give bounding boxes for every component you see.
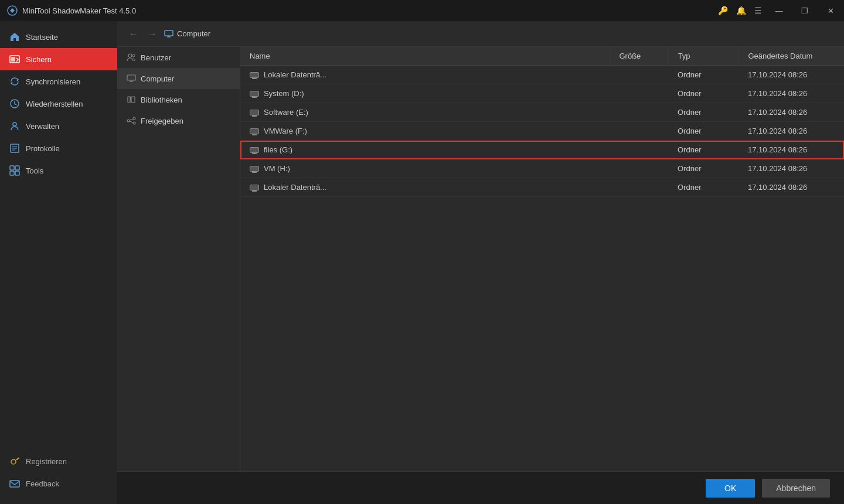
table-row[interactable]: files (G:) Ordner17.10.2024 08:26 bbox=[240, 141, 844, 159]
manage-icon bbox=[9, 121, 20, 131]
tree-item-computer[interactable]: Computer bbox=[117, 68, 240, 89]
file-groesse-6 bbox=[610, 178, 668, 197]
cancel-button[interactable]: Abbrechen bbox=[762, 479, 830, 498]
sidebar-item-startseite[interactable]: Startseite bbox=[0, 26, 117, 48]
file-name-cell-2: Software (E:) bbox=[240, 103, 610, 122]
log-icon bbox=[9, 143, 20, 154]
file-typ-5: Ordner bbox=[668, 159, 738, 178]
sidebar-nav: Startseite Sichern Synchronisieren bbox=[0, 21, 117, 450]
computer-icon bbox=[164, 29, 173, 39]
svg-point-31 bbox=[133, 122, 135, 124]
panel-layout: Benutzer Computer Bi bbox=[117, 47, 844, 471]
notification-icon[interactable]: 🔔 bbox=[736, 6, 746, 15]
svg-rect-9 bbox=[10, 166, 14, 170]
back-button[interactable]: ← bbox=[127, 28, 141, 40]
sidebar-label-protokolle: Protokolle bbox=[26, 144, 60, 153]
mail-icon bbox=[9, 478, 20, 489]
file-name: VMWare (F:) bbox=[264, 127, 307, 135]
svg-rect-2 bbox=[11, 57, 15, 62]
sidebar-label-synchronisieren: Synchronisieren bbox=[26, 77, 80, 86]
file-name-cell-3: VMWare (F:) bbox=[240, 122, 610, 141]
col-header-groesse[interactable]: Größe bbox=[610, 47, 668, 66]
tree-label-computer: Computer bbox=[141, 74, 174, 83]
table-row[interactable]: Lokaler Datenträ... Ordner17.10.2024 08:… bbox=[240, 178, 844, 197]
file-name: Lokaler Datenträ... bbox=[264, 183, 326, 192]
right-panel: Name Größe Typ Geändertes Datum Lokaler … bbox=[240, 47, 844, 471]
file-datum-3: 17.10.2024 08:26 bbox=[738, 122, 844, 141]
drive-icon bbox=[250, 128, 259, 134]
restore-icon bbox=[9, 98, 20, 109]
file-typ-1: Ordner bbox=[668, 84, 738, 103]
main-layout: Startseite Sichern Synchronisieren bbox=[0, 21, 844, 504]
file-name: VM (H:) bbox=[264, 164, 290, 173]
file-name: files (G:) bbox=[264, 145, 292, 154]
file-name-cell-5: VM (H:) bbox=[240, 159, 610, 178]
col-header-typ[interactable]: Typ bbox=[668, 47, 738, 66]
col-header-datum[interactable]: Geändertes Datum bbox=[738, 47, 844, 66]
sidebar-item-sichern[interactable]: Sichern bbox=[0, 48, 117, 70]
sidebar-item-wiederherstellen[interactable]: Wiederherstellen bbox=[0, 93, 117, 115]
file-groesse-5 bbox=[610, 159, 668, 178]
file-typ-2: Ordner bbox=[668, 103, 738, 122]
file-typ-3: Ordner bbox=[668, 122, 738, 141]
col-header-name[interactable]: Name bbox=[240, 47, 610, 66]
ok-button[interactable]: OK bbox=[706, 479, 755, 498]
sidebar-item-synchronisieren[interactable]: Synchronisieren bbox=[0, 70, 117, 93]
sidebar-label-feedback: Feedback bbox=[26, 479, 59, 488]
tree-label-freigegeben: Freigegeben bbox=[141, 117, 183, 125]
table-row[interactable]: System (D:) Ordner17.10.2024 08:26 bbox=[240, 84, 844, 103]
users-icon bbox=[127, 53, 136, 62]
file-datum-4: 17.10.2024 08:26 bbox=[738, 141, 844, 159]
sidebar-item-verwalten[interactable]: Verwalten bbox=[0, 115, 117, 137]
sidebar-label-verwalten: Verwalten bbox=[26, 122, 59, 131]
table-row[interactable]: Lokaler Datenträ... Ordner17.10.2024 08:… bbox=[240, 66, 844, 84]
drive-icon bbox=[250, 110, 259, 115]
sidebar-label-registrieren: Registrieren bbox=[26, 457, 67, 466]
tools-icon bbox=[9, 165, 20, 176]
key-icon[interactable]: 🔑 bbox=[718, 6, 728, 15]
file-name-cell-6: Lokaler Datenträ... bbox=[240, 178, 610, 197]
shared-icon bbox=[127, 116, 136, 125]
svg-rect-11 bbox=[10, 171, 14, 175]
svg-point-29 bbox=[133, 117, 135, 120]
svg-point-13 bbox=[11, 459, 16, 464]
breadcrumb-path: Computer bbox=[164, 29, 210, 39]
minimize-button[interactable]: — bbox=[770, 0, 788, 21]
table-row[interactable]: VM (H:) Ordner17.10.2024 08:26 bbox=[240, 159, 844, 178]
drive-icon bbox=[250, 166, 259, 172]
sidebar-label-startseite: Startseite bbox=[26, 33, 58, 42]
sidebar-label-wiederherstellen: Wiederherstellen bbox=[26, 100, 83, 108]
file-datum-6: 17.10.2024 08:26 bbox=[738, 178, 844, 197]
tree-label-benutzer: Benutzer bbox=[141, 53, 171, 62]
sidebar-item-registrieren[interactable]: Registrieren bbox=[0, 450, 117, 472]
breadcrumb-text: Computer bbox=[177, 29, 210, 38]
sidebar-item-feedback[interactable]: Feedback bbox=[0, 472, 117, 495]
forward-button[interactable]: → bbox=[145, 28, 159, 40]
file-name: Lokaler Datenträ... bbox=[264, 70, 326, 79]
menu-icon[interactable]: ☰ bbox=[754, 6, 762, 15]
tree-item-benutzer[interactable]: Benutzer bbox=[117, 47, 240, 68]
svg-rect-12 bbox=[15, 171, 19, 175]
app-logo-icon bbox=[7, 5, 18, 16]
file-table: Name Größe Typ Geändertes Datum Lokaler … bbox=[240, 47, 844, 197]
sidebar-item-tools[interactable]: Tools bbox=[0, 159, 117, 182]
close-button[interactable]: ✕ bbox=[822, 0, 839, 21]
file-datum-0: 17.10.2024 08:26 bbox=[738, 66, 844, 84]
maximize-button[interactable]: ❐ bbox=[796, 0, 814, 21]
app-title: MiniTool ShadowMaker Test 4.5.0 bbox=[22, 6, 136, 15]
sidebar-item-protokolle[interactable]: Protokolle bbox=[0, 137, 117, 159]
file-name-cell-1: System (D:) bbox=[240, 84, 610, 103]
file-groesse-4 bbox=[610, 141, 668, 159]
left-panel: Benutzer Computer Bi bbox=[117, 47, 240, 471]
table-row[interactable]: VMWare (F:) Ordner17.10.2024 08:26 bbox=[240, 122, 844, 141]
file-typ-4: Ordner bbox=[668, 141, 738, 159]
table-row[interactable]: Software (E:) Ordner17.10.2024 08:26 bbox=[240, 103, 844, 122]
home-icon bbox=[9, 32, 20, 42]
tree-item-bibliotheken[interactable]: Bibliotheken bbox=[117, 89, 240, 110]
file-datum-5: 17.10.2024 08:26 bbox=[738, 159, 844, 178]
sidebar-label-sichern: Sichern bbox=[26, 55, 52, 64]
drive-icon bbox=[250, 72, 259, 78]
svg-line-33 bbox=[130, 121, 133, 122]
tree-item-freigegeben[interactable]: Freigegeben bbox=[117, 110, 240, 131]
drive-icon bbox=[250, 91, 259, 97]
